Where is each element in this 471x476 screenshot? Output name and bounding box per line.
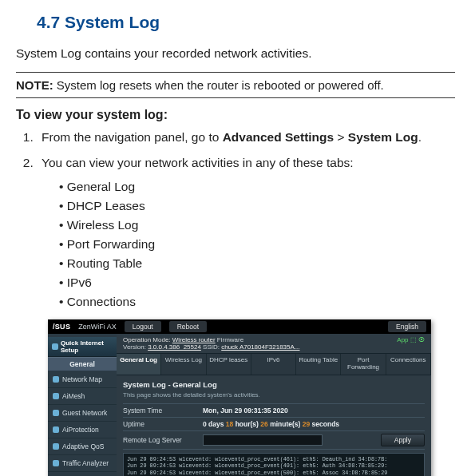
bullet-general-log: General Log — [59, 177, 455, 196]
step-1: From the navigation panel, go to Advance… — [37, 129, 455, 146]
router-screenshot: /SUS ZenWiFi AX Logout Reboot English Qu… — [48, 319, 431, 476]
shield-icon — [53, 426, 59, 433]
tab-general-log[interactable]: General Log — [117, 354, 161, 375]
nav-adaptive-qos[interactable]: Adaptive QoS — [48, 438, 117, 455]
log-output[interactable]: Jun 29 09:24:53 wlceventd: wlceventd_pro… — [123, 453, 425, 476]
row-remote-log: Remote Log Server Apply — [123, 430, 425, 450]
nav-aiprotection[interactable]: AiProtection — [48, 422, 117, 438]
page-description: This page shows the detailed system's ac… — [123, 391, 425, 399]
content-tabs: General Log Wireless Log DHCP leases IPv… — [117, 353, 431, 375]
step1-period: . — [418, 130, 422, 144]
apply-button[interactable]: Apply — [381, 434, 425, 446]
gear-icon — [52, 343, 58, 350]
uptime-sec-num: 29 — [303, 420, 310, 428]
guest-icon — [53, 410, 59, 416]
step2-text: You can view your network activities in … — [42, 156, 354, 169]
system-time-label: System Time — [123, 407, 203, 415]
note-label: NOTE: — [16, 78, 53, 92]
sub-heading: To view your system log: — [16, 108, 455, 122]
row-uptime: Uptime 0 days 18 hour(s) 26 minute(s) 29… — [123, 417, 425, 430]
uptime-hours-txt: hour(s) — [233, 420, 260, 428]
sidebar-category-general: General — [48, 357, 117, 371]
intro-text: System Log contains your recorded networ… — [16, 46, 455, 61]
reboot-button[interactable]: Reboot — [169, 321, 207, 332]
fw-label: Firmware — [216, 336, 244, 343]
bullet-ipv6: IPv6 — [59, 273, 455, 292]
tab-wireless-log[interactable]: Wireless Log — [161, 354, 206, 375]
brand-logo: /SUS — [53, 323, 70, 331]
bullet-routing-table: Routing Table — [59, 254, 455, 273]
step1-bold-1: Advanced Settings — [223, 130, 334, 144]
step-2: You can view your network activities in … — [37, 154, 455, 311]
nav-network-map[interactable]: Network Map — [48, 371, 117, 388]
uptime-min-num: 26 — [260, 420, 267, 428]
system-time-value: Mon, Jun 29 09:31:35 2020 — [203, 407, 288, 415]
nav-guest-network[interactable]: Guest Network — [48, 405, 117, 422]
status-header: Operation Mode: Wireless router Firmware… — [117, 334, 431, 353]
note-box: NOTE: System log resets when the router … — [16, 72, 455, 98]
product-name: ZenWiFi AX — [78, 323, 117, 331]
bullet-dhcp-leases: DHCP Leases — [59, 196, 455, 216]
nav-label: Network Map — [62, 375, 102, 383]
tabs-bullet-list: General Log DHCP Leases Wireless Log Por… — [59, 177, 455, 311]
ssid-value[interactable]: chuck A701804F321835A... — [221, 343, 299, 351]
step1-gt: > — [334, 130, 348, 144]
language-selector[interactable]: English — [388, 321, 426, 332]
row-system-time: System Time Mon, Jun 29 09:31:35 2020 — [123, 403, 425, 417]
remote-log-input[interactable] — [203, 434, 323, 446]
quick-internet-setup[interactable]: Quick Internet Setup — [48, 337, 117, 357]
bullet-connections: Connections — [59, 292, 455, 311]
nav-label: Adaptive QoS — [62, 442, 104, 450]
mesh-icon — [53, 393, 59, 399]
uptime-label: Uptime — [123, 420, 203, 428]
tab-routing-table[interactable]: Routing Table — [296, 354, 341, 375]
chart-icon — [53, 460, 59, 466]
uptime-value: 0 days 18 hour(s) 26 minute(s) 29 second… — [203, 420, 339, 428]
tab-ipv6[interactable]: IPv6 — [251, 354, 296, 375]
tab-connections[interactable]: Connections — [386, 354, 431, 375]
content-area: System Log - General Log This page shows… — [117, 375, 431, 476]
section-heading: 4.7 System Log — [37, 13, 455, 32]
app-link[interactable]: App ⬚ ⦿ — [397, 336, 425, 343]
nav-traffic-analyzer[interactable]: Traffic Analyzer — [48, 455, 117, 472]
nav-label: Guest Network — [62, 409, 107, 417]
steps-list: From the navigation panel, go to Advance… — [37, 129, 455, 311]
bullet-wireless-log: Wireless Log — [59, 216, 455, 235]
opmode-value[interactable]: Wireless router — [172, 336, 216, 343]
nav-aimesh[interactable]: AiMesh — [48, 388, 117, 405]
qis-label: Quick Internet Setup — [61, 339, 113, 354]
globe-icon — [53, 376, 59, 383]
logout-button[interactable]: Logout — [125, 321, 161, 332]
sidebar: Quick Internet Setup General Network Map… — [48, 334, 117, 476]
tab-dhcp-leases[interactable]: DHCP leases — [207, 354, 251, 375]
step1-bold-2: System Log — [348, 130, 418, 144]
page-title: System Log - General Log — [123, 380, 425, 389]
uptime-min-txt: minute(s) — [268, 420, 303, 428]
version-value[interactable]: 3.0.0.4.386_25524 — [148, 343, 201, 351]
remote-log-label: Remote Log Server — [123, 436, 203, 444]
uptime-days: 0 days — [203, 420, 226, 428]
ssid-label: SSID: — [201, 343, 221, 351]
ss-top-bar: /SUS ZenWiFi AX Logout Reboot English — [48, 319, 431, 334]
uptime-hours-num: 18 — [226, 420, 233, 428]
main-panel: Operation Mode: Wireless router Firmware… — [117, 334, 431, 476]
version-label: Version: — [123, 343, 148, 351]
nav-usb-application[interactable]: USB Application — [48, 472, 117, 476]
bullet-port-forwarding: Port Forwarding — [59, 235, 455, 254]
nav-label: AiMesh — [62, 392, 85, 400]
qos-icon — [53, 443, 59, 450]
opmode-label: Operation Mode: — [123, 336, 172, 343]
step1-text-a: From the navigation panel, go to — [42, 130, 223, 144]
app-label: App — [397, 336, 408, 343]
note-text: System log resets when the router is reb… — [53, 78, 384, 92]
tab-port-forwarding[interactable]: Port Forwarding — [341, 354, 386, 375]
uptime-sec-txt: seconds — [310, 420, 339, 428]
nav-label: Traffic Analyzer — [62, 459, 109, 467]
nav-label: AiProtection — [62, 426, 99, 434]
